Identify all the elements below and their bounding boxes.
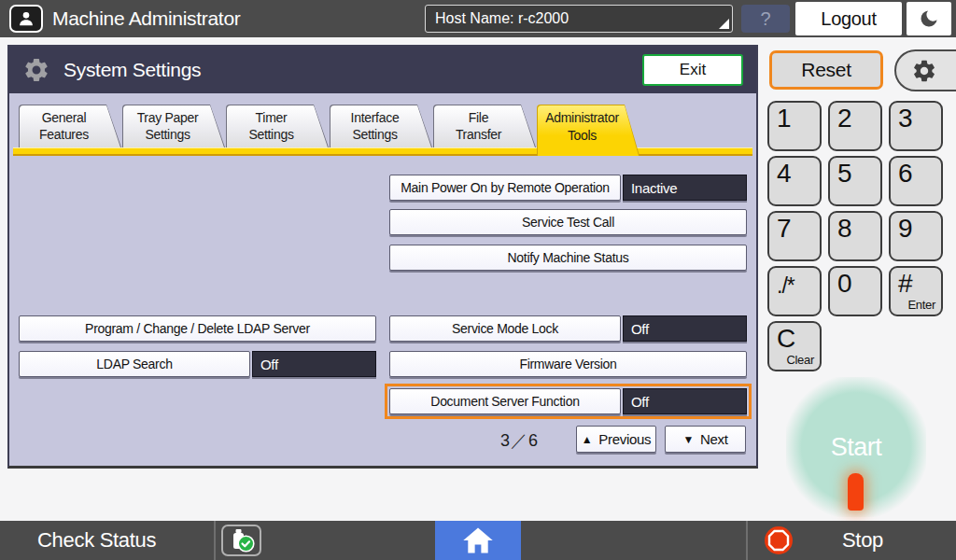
home-button[interactable] [435,521,521,560]
ldap-search-button[interactable]: LDAP Search [19,351,250,377]
key-1[interactable]: 1 [767,101,822,151]
down-triangle-icon: ▼ [682,433,694,446]
service-test-call-button[interactable]: Service Test Call [389,209,747,235]
setting-row: Main Power On by Remote Operation Inacti… [389,175,747,201]
gear-icon [911,58,937,84]
device-status-button[interactable] [221,525,261,556]
tab-general-features[interactable]: General Features [19,105,121,147]
setting-row: Notify Machine Status [389,245,747,271]
reset-button[interactable]: Reset [769,50,883,90]
system-settings-panel: System Settings Exit General Features Tr… [7,45,758,469]
start-indicator-light [848,473,864,511]
document-server-function-value: Off [623,388,747,414]
hardware-settings-button[interactable] [894,49,956,91]
setting-row: Service Test Call [389,209,747,235]
service-mode-lock-button[interactable]: Service Mode Lock [389,315,621,342]
key-8[interactable]: 8 [828,211,882,261]
setting-row: Program / Change / Delete LDAP Server [19,315,376,342]
home-icon [461,525,495,555]
user-icon [16,8,36,29]
check-status-button[interactable]: Check Status [37,521,156,560]
service-mode-lock-value: Off [623,315,747,342]
tab-interface-settings[interactable]: Interface Settings [330,105,432,147]
divider [746,521,748,560]
stop-icon [764,525,794,555]
tab-label: Tray Paper Settings [124,105,211,147]
key-2[interactable]: 2 [828,101,882,151]
usb-check-icon [226,528,258,553]
key-0[interactable]: 0 [828,266,882,316]
energy-saver-button[interactable] [907,2,951,35]
key-5[interactable]: 5 [828,156,882,206]
tab-label: File Transfer [435,105,522,147]
previous-label: Previous [598,431,651,447]
tab-timer-settings[interactable]: Timer Settings [226,105,329,147]
panel-body: General Features Tray Paper Settings Tim… [9,93,756,466]
exit-button[interactable]: Exit [642,54,743,86]
host-name-value: Host Name: r-c2000 [435,10,569,27]
moon-icon [918,7,940,30]
stop-button[interactable]: Stop [764,521,883,560]
key-3[interactable]: 3 [889,101,943,151]
tab-file-transfer[interactable]: File Transfer [433,105,536,147]
clear-label: Clear [786,353,814,367]
top-bar: Machine Administrator Host Name: r-c2000… [0,0,956,37]
bottom-bar: Check Status Stop [0,521,956,560]
tab-label: General Features [21,105,107,147]
setting-row: Service Mode Lock Off [389,315,747,342]
main-power-remote-button[interactable]: Main Power On by Remote Operation [389,175,621,201]
help-button[interactable]: ? [741,5,790,33]
active-tab-underline [13,147,752,156]
clear-key[interactable]: C Clear [767,321,822,371]
dropdown-corner-icon [719,19,729,29]
document-server-highlight: Document Server Function Off [385,384,752,419]
key-dot-star[interactable]: ./* [767,266,822,316]
up-triangle-icon: ▲ [582,433,593,446]
key-7[interactable]: 7 [767,211,822,261]
next-label: Next [700,431,728,447]
document-server-function-button[interactable]: Document Server Function [389,388,621,414]
tab-label: Interface Settings [331,105,418,147]
notify-machine-status-button[interactable]: Notify Machine Status [389,245,747,271]
setting-row: Firmware Version [389,351,747,377]
key-hash-enter[interactable]: # Enter [889,266,943,316]
main-power-remote-value: Inactive [623,175,747,201]
next-page-button[interactable]: ▼ Next [665,426,746,453]
divider [214,521,216,560]
logout-button[interactable]: Logout [795,2,902,35]
stop-label: Stop [842,528,883,553]
enter-label: Enter [907,298,935,312]
numeric-keypad: 1 2 3 4 5 6 7 8 9 ./* 0 # Enter [767,101,943,316]
previous-page-button[interactable]: ▲ Previous [576,426,656,453]
page-indicator: 3／6 [500,429,539,452]
logged-in-user-label: Machine Administrator [52,0,240,37]
key-4[interactable]: 4 [767,156,822,206]
key-9[interactable]: 9 [889,211,943,261]
key-6[interactable]: 6 [889,156,943,206]
ldap-search-value: Off [252,351,376,377]
panel-header: System Settings Exit [9,47,756,93]
host-name-dropdown[interactable]: Host Name: r-c2000 [425,5,733,33]
firmware-version-button[interactable]: Firmware Version [389,351,747,377]
ldap-program-button[interactable]: Program / Change / Delete LDAP Server [19,315,376,342]
tab-administrator-tools[interactable]: Administrator Tools [537,105,640,156]
settings-gear-icon [22,56,50,84]
tab-label: Administrator Tools [539,105,626,148]
setting-row: Document Server Function Off [389,388,747,414]
tab-tray-paper-settings[interactable]: Tray Paper Settings [122,105,225,147]
machine-panel-screen: Machine Administrator Host Name: r-c2000… [0,0,956,560]
user-account-button[interactable] [9,5,43,33]
page-title: System Settings [63,59,201,81]
setting-row: LDAP Search Off [19,351,376,377]
tab-label: Timer Settings [228,105,315,147]
